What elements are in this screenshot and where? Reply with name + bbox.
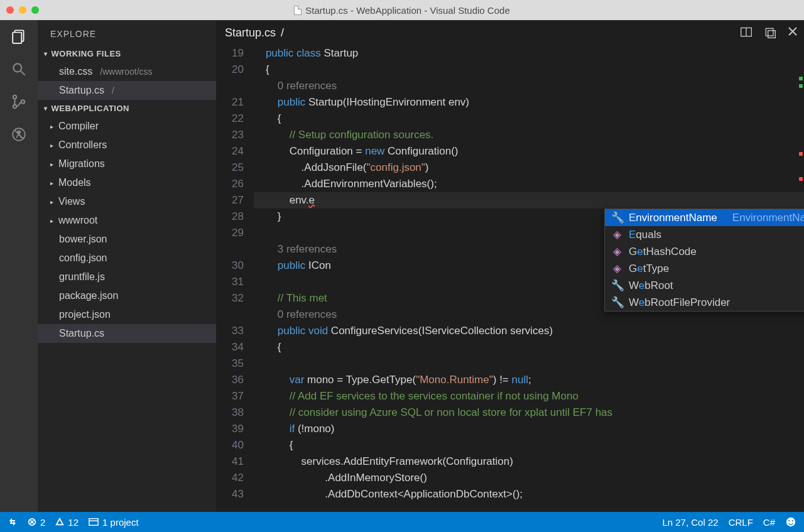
svg-point-6 [21,100,24,103]
working-files-header[interactable]: ▾WORKING FILES [38,45,216,62]
svg-point-23 [792,520,793,521]
editor-tab[interactable]: Startup.cs [225,26,276,40]
intellisense-item[interactable]: ◈GetType [605,260,804,277]
working-file-item[interactable]: site.css/wwwroot/css [38,62,216,81]
intellisense-item[interactable]: ◈Equals [605,226,804,243]
intellisense-item[interactable]: 🔧WebRoot [605,277,804,294]
status-bar: 2 12 1 project Ln 27, Col 22 CRLF C# [0,512,804,532]
folder-item[interactable]: ▸Migrations [38,155,216,173]
svg-point-4 [13,95,16,99]
intellisense-item[interactable]: 🔧EnvironmentNameEnvironmentName [605,209,804,226]
status-language[interactable]: C# [763,517,775,528]
maximize-window-button[interactable] [31,6,39,14]
folder-item[interactable]: ▸Views [38,192,216,211]
svg-rect-13 [768,31,776,38]
folder-item[interactable]: ▸Compiler [38,117,216,136]
svg-line-3 [21,71,25,75]
folder-item[interactable]: ▸Models [38,173,216,192]
status-cursor[interactable]: Ln 27, Col 22 [662,517,718,528]
activity-bar [0,20,38,512]
sidebar-header: EXPLORE [38,20,216,45]
svg-point-22 [788,520,790,521]
status-errors[interactable]: 2 [28,517,45,528]
tab-bar: Startup.cs / [216,20,804,45]
file-item[interactable]: config.json [38,249,216,268]
window-title: Startup.cs - WebApplication - Visual Stu… [305,5,509,16]
explorer-icon[interactable] [10,28,28,45]
search-icon[interactable] [10,60,28,78]
debug-icon[interactable] [10,126,28,143]
svg-point-5 [13,105,16,108]
source-control-icon[interactable] [10,93,28,111]
svg-point-9 [18,131,20,134]
folder-item[interactable]: ▸wwwroot [38,211,216,230]
file-item[interactable]: bower.json [38,230,216,249]
intellisense-popup[interactable]: 🔧EnvironmentNameEnvironmentName◈Equals◈G… [604,209,804,312]
sidebar: EXPLORE ▾WORKING FILES site.css/wwwroot/… [38,20,216,512]
intellisense-item[interactable]: ◈GetHashCode [605,243,804,260]
close-window-button[interactable] [6,6,14,14]
tab-dirty-indicator: / [281,26,284,40]
open-changes-icon[interactable] [764,26,776,39]
split-editor-icon[interactable] [740,26,752,39]
status-project[interactable]: 1 project [89,517,139,528]
svg-point-2 [13,63,21,72]
folder-item[interactable]: ▸Controllers [38,136,216,155]
file-item[interactable]: Startup.cs [38,324,216,343]
file-item[interactable]: package.json [38,286,216,305]
status-remote-icon[interactable] [8,517,18,527]
close-editor-icon[interactable] [788,26,798,39]
svg-rect-12 [766,28,773,36]
status-warnings[interactable]: 12 [55,517,79,528]
minimize-window-button[interactable] [19,6,26,14]
status-feedback-icon[interactable] [785,516,796,528]
titlebar: Startup.cs - WebApplication - Visual Stu… [0,0,804,20]
intellisense-item[interactable]: 🔧WebRootFileProvider [605,294,804,311]
file-item[interactable]: gruntfile.js [38,268,216,286]
working-file-item[interactable]: Startup.cs/ [38,81,216,100]
svg-rect-19 [89,519,98,526]
file-item[interactable]: project.json [38,305,216,324]
editor: Startup.cs / 1920 212223242526272829 303… [216,20,804,512]
svg-rect-1 [13,33,21,43]
project-header[interactable]: ▾WEBAPPLICATION [38,100,216,117]
status-eol[interactable]: CRLF [729,517,753,528]
file-icon [294,6,302,15]
